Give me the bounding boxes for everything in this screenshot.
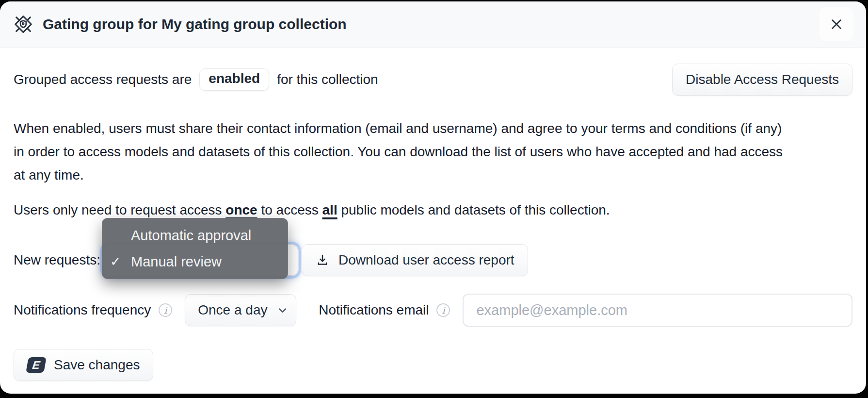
status-text-after: for this collection <box>277 72 378 87</box>
email-info-icon[interactable]: i <box>436 303 450 317</box>
new-requests-dropdown-menu: Automatic approval ✓ Manual review <box>102 218 288 279</box>
close-button[interactable] <box>820 7 853 41</box>
option-label: Manual review <box>131 254 222 270</box>
notifications-row: Notifications frequency i Once a day Not… <box>14 294 852 327</box>
dropdown-option-manual-review[interactable]: ✓ Manual review <box>102 249 288 275</box>
description-paragraph: When enabled, users must share their con… <box>14 117 794 187</box>
save-row: E Save changes <box>14 349 852 381</box>
gating-group-modal: Gating group for My gating group collect… <box>0 1 866 394</box>
modal-body: Grouped access requests are enabled for … <box>0 64 866 381</box>
chevron-down-icon <box>276 304 289 317</box>
notifications-email-input[interactable] <box>463 294 852 327</box>
enterprise-badge-glyph: E <box>32 359 41 372</box>
download-icon <box>315 253 330 267</box>
note-part3: public models and datasets of this colle… <box>338 202 610 217</box>
disable-access-requests-button[interactable]: Disable Access Requests <box>672 64 852 96</box>
note-part1: Users only need to request access <box>14 202 225 217</box>
download-user-access-report-button[interactable]: Download user access report <box>302 244 528 276</box>
check-icon: ✓ <box>110 254 121 269</box>
notifications-email-label: Notifications email <box>319 302 429 318</box>
note-bold-once: once <box>225 202 257 217</box>
notifications-frequency-select[interactable]: Once a day <box>185 294 296 326</box>
dropdown-option-automatic-approval[interactable]: Automatic approval <box>102 222 288 249</box>
frequency-selected-value: Once a day <box>198 302 267 318</box>
frequency-info-icon[interactable]: i <box>159 303 172 317</box>
status-text-before: Grouped access requests are <box>14 72 192 87</box>
close-icon <box>828 16 845 33</box>
new-requests-label: New requests: <box>14 252 100 268</box>
new-requests-row: New requests: Automatic approval ✓ Manua… <box>14 244 852 276</box>
note-bold-all: all <box>322 202 338 217</box>
option-label: Automatic approval <box>131 228 251 244</box>
notifications-frequency-label: Notifications frequency <box>14 302 151 318</box>
enterprise-badge-icon: E <box>26 357 47 373</box>
status-row: Grouped access requests are enabled for … <box>14 64 852 96</box>
download-button-label: Download user access report <box>338 252 514 268</box>
gating-gear-icon <box>13 14 34 35</box>
save-changes-button[interactable]: E Save changes <box>14 349 153 381</box>
save-button-label: Save changes <box>54 357 140 373</box>
modal-title: Gating group for My gating group collect… <box>43 16 347 33</box>
screen-backdrop: Gating group for My gating group collect… <box>0 0 868 398</box>
note-part2: to access <box>257 202 322 217</box>
modal-header: Gating group for My gating group collect… <box>0 1 866 48</box>
status-badge: enabled <box>199 68 269 91</box>
note-line: Users only need to request access once t… <box>14 202 852 218</box>
